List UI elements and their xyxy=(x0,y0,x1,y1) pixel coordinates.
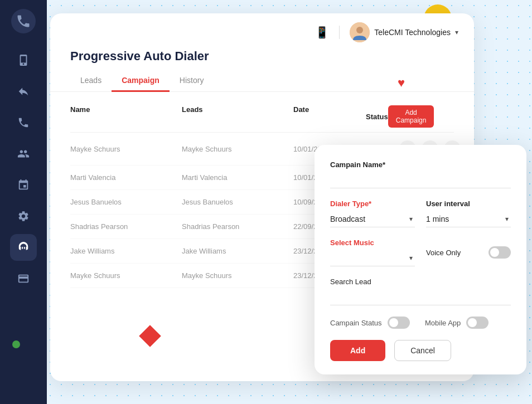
dialer-type-label: Dialer Type* xyxy=(330,199,415,208)
sidebar xyxy=(0,0,47,404)
select-music-label: Select Music xyxy=(330,238,415,247)
campaign-name-input[interactable] xyxy=(330,172,511,188)
toggle-knob xyxy=(468,318,477,327)
user-interval-group: User interval 1 mins2 mins5 mins ▾ xyxy=(426,199,511,227)
sidebar-item-headset[interactable] xyxy=(10,234,37,261)
headset-icon xyxy=(17,241,30,254)
contacts-icon xyxy=(17,148,30,160)
topbar-divider xyxy=(339,26,340,39)
mobile-app-toggle[interactable] xyxy=(466,317,489,329)
campaign-status-group: Campain Status xyxy=(330,317,416,329)
sidebar-item-integrations[interactable] xyxy=(10,172,37,198)
sidebar-item-broadcast[interactable] xyxy=(10,78,37,105)
voice-only-group: Voice Only xyxy=(426,246,511,259)
page-title: Progressive Auto Dialer xyxy=(50,42,474,64)
tab-leads[interactable]: Leads xyxy=(70,70,112,92)
dialer-type-group: Dialer Type* BroadcastProgressivePredict… xyxy=(330,199,415,227)
col-date: Date xyxy=(293,105,366,128)
music-voice-row: Select Music Option 1Option 2 ▾ Voice On… xyxy=(330,238,511,266)
mobile-app-group: Mobile App xyxy=(425,317,511,329)
integrations-icon xyxy=(17,179,30,191)
campaign-name-label: Campain Name* xyxy=(330,160,511,169)
modal-buttons: Add Cancel xyxy=(330,340,511,361)
cell-name: Mayke Schuurs xyxy=(70,145,182,153)
dialer-type-select[interactable]: BroadcastProgressivePredictive xyxy=(330,211,415,227)
cell-name: Shadrias Pearson xyxy=(70,222,182,231)
col-status: Status Add Campaign xyxy=(366,105,434,128)
add-button[interactable]: Add xyxy=(330,340,385,361)
cell-leads: Jake Williams xyxy=(182,247,293,255)
sidebar-item-settings[interactable] xyxy=(10,203,37,230)
topbar: 📱 TeleCMI Technologies ▾ xyxy=(50,13,474,42)
user-interval-label: User interval xyxy=(426,199,511,208)
tab-history[interactable]: History xyxy=(170,70,214,92)
toggle-knob xyxy=(389,318,398,327)
status-mobile-row: Campain Status Mobile App xyxy=(330,317,511,329)
cancel-button[interactable]: Cancel xyxy=(394,340,451,361)
mobile-app-label: Mobile App xyxy=(425,319,461,327)
search-lead-input[interactable] xyxy=(330,289,511,305)
add-campaign-modal: Campain Name* Dialer Type* BroadcastProg… xyxy=(315,145,526,374)
select-music-wrapper: Option 1Option 2 ▾ xyxy=(330,250,415,266)
chevron-down-icon: ▾ xyxy=(455,28,458,36)
broadcast-icon xyxy=(17,85,30,98)
user-interval-wrapper: 1 mins2 mins5 mins ▾ xyxy=(426,211,511,227)
green-circle-decoration xyxy=(12,340,20,348)
sidebar-item-contacts[interactable] xyxy=(10,140,37,167)
cell-leads: Mayke Schuurs xyxy=(182,145,293,153)
heart-decoration: ♥ xyxy=(398,76,405,90)
col-leads: Leads xyxy=(182,105,293,128)
col-name: Name xyxy=(70,105,182,128)
sidebar-navigation xyxy=(0,47,47,292)
sidebar-logo xyxy=(11,9,36,33)
calls-icon xyxy=(17,116,30,129)
campaign-status-toggle[interactable] xyxy=(388,317,410,329)
table-header: Name Leads Date Status Add Campaign xyxy=(70,101,454,133)
toggle-knob xyxy=(490,248,499,257)
add-campaign-button[interactable]: Add Campaign xyxy=(388,105,434,128)
sidebar-item-phone[interactable] xyxy=(10,47,37,74)
cell-name: Mayke Schuurs xyxy=(70,271,182,280)
sidebar-item-calls[interactable] xyxy=(10,109,37,136)
username-label: TeleCMI Technologies xyxy=(374,28,451,37)
topbar-user[interactable]: TeleCMI Technologies ▾ xyxy=(350,22,458,42)
tab-campaign[interactable]: Campaign xyxy=(112,70,170,92)
sidebar-item-billing[interactable] xyxy=(10,265,37,292)
select-music-select[interactable]: Option 1Option 2 xyxy=(330,250,415,266)
cell-leads: Marti Valencia xyxy=(182,173,293,182)
cell-leads: Mayke Schuurs xyxy=(182,271,293,280)
avatar xyxy=(350,22,370,42)
billing-icon xyxy=(17,272,30,285)
svg-point-1 xyxy=(356,27,363,33)
voice-only-toggle[interactable] xyxy=(489,246,511,259)
user-interval-select[interactable]: 1 mins2 mins5 mins xyxy=(426,211,511,227)
dialer-type-wrapper: BroadcastProgressivePredictive ▾ xyxy=(330,211,415,227)
settings-icon xyxy=(17,210,30,222)
phone-icon xyxy=(17,54,30,66)
select-music-group: Select Music Option 1Option 2 ▾ xyxy=(330,238,415,266)
avatar-image xyxy=(350,22,370,42)
cell-leads: Shadrias Pearson xyxy=(182,222,293,231)
voice-only-label: Voice Only xyxy=(426,249,461,257)
campaign-status-label: Campain Status xyxy=(330,319,382,327)
campaign-name-group: Campain Name* xyxy=(330,160,511,188)
tabs-bar: Leads Campaign History xyxy=(50,70,474,92)
search-lead-label: Search Lead xyxy=(330,278,511,286)
cell-leads: Jesus Banuelos xyxy=(182,198,293,206)
search-lead-group: Search Lead xyxy=(330,278,511,305)
cell-name: Marti Valencia xyxy=(70,173,182,182)
phone-device-icon: 📱 xyxy=(315,26,329,39)
logo-icon xyxy=(16,13,31,29)
cell-name: Jesus Banuelos xyxy=(70,198,182,206)
dialer-user-row: Dialer Type* BroadcastProgressivePredict… xyxy=(330,199,511,227)
cell-name: Jake Williams xyxy=(70,247,182,255)
